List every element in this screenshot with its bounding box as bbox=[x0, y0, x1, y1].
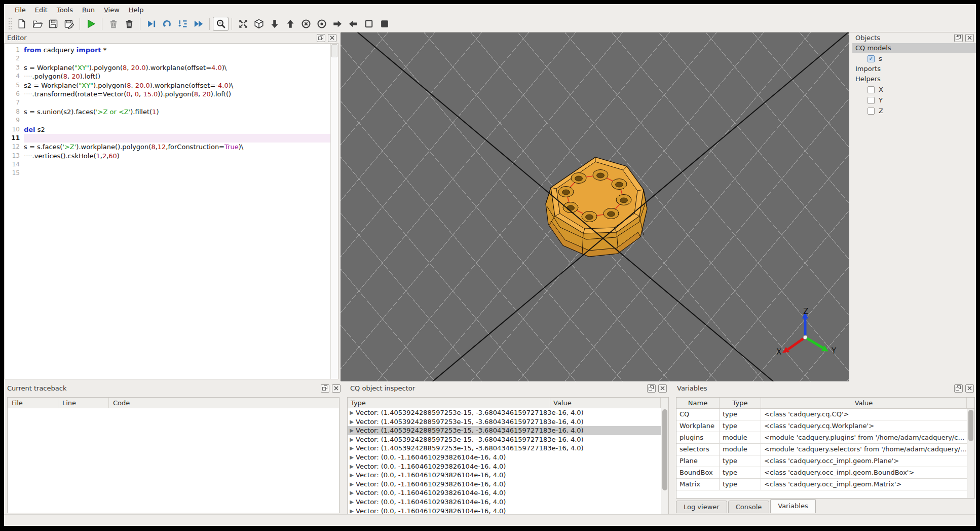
inspector-row[interactable]: ▶Vector: (0.0, -1.1604610293826104e-16, … bbox=[348, 507, 661, 514]
delete-all-button[interactable] bbox=[121, 17, 137, 31]
expand-arrow-icon[interactable]: ▶ bbox=[348, 462, 356, 471]
editor-float-button[interactable] bbox=[317, 34, 325, 42]
expand-arrow-icon[interactable]: ▶ bbox=[348, 471, 356, 480]
iso-view-button[interactable] bbox=[251, 17, 267, 31]
traceback-float-button[interactable] bbox=[321, 384, 329, 393]
expand-arrow-icon[interactable]: ▶ bbox=[348, 453, 356, 462]
step-in-button[interactable] bbox=[175, 17, 191, 31]
variables-row[interactable]: BoundBoxtype<class 'cadquery.occ_impl.ge… bbox=[676, 467, 967, 479]
inspector-row[interactable]: ▶Vector: (0.0, -1.1604610293826104e-16, … bbox=[348, 462, 661, 471]
tab-console[interactable]: Console bbox=[728, 501, 770, 513]
menu-view[interactable]: View bbox=[99, 5, 124, 15]
variables-row[interactable]: CQtype<class 'cadquery.cq.CQ'> bbox=[676, 409, 967, 420]
shaded-button[interactable] bbox=[376, 17, 392, 31]
traceback-close-button[interactable] bbox=[332, 384, 341, 393]
code-line-11[interactable]: 11 bbox=[5, 134, 330, 143]
inspector-row[interactable]: ▶Vector: (0.0, -1.1604610293826104e-16, … bbox=[348, 488, 661, 498]
expand-arrow-icon[interactable]: ▶ bbox=[348, 435, 356, 444]
editor-close-button[interactable] bbox=[328, 34, 336, 42]
inspector-row[interactable]: ▶Vector: (1.4053924288597253e-15, -3.680… bbox=[348, 408, 661, 417]
inspector-float-button[interactable] bbox=[647, 384, 656, 393]
expand-arrow-icon[interactable]: ▶ bbox=[348, 444, 356, 453]
code-line-2[interactable]: 2 bbox=[5, 54, 330, 63]
code-line-15[interactable]: 15 bbox=[5, 169, 330, 178]
step-button[interactable] bbox=[159, 17, 175, 31]
expand-arrow-icon[interactable]: ▶ bbox=[348, 488, 356, 498]
back-view-button[interactable] bbox=[314, 17, 329, 31]
inspector-row[interactable]: ▶Vector: (0.0, -1.1604610293826104e-16, … bbox=[348, 498, 661, 507]
continue-button[interactable] bbox=[191, 17, 206, 31]
tree-item-y[interactable]: Y bbox=[852, 95, 976, 105]
wireframe-button[interactable] bbox=[361, 17, 376, 31]
new-file-button[interactable] bbox=[14, 17, 29, 31]
traceback-col-line[interactable]: Line bbox=[58, 398, 109, 408]
traceback-table[interactable]: File Line Code bbox=[7, 397, 340, 513]
unchecked-checkbox[interactable] bbox=[868, 86, 875, 93]
variables-row[interactable]: pluginsmodule<module 'cadquery.plugins' … bbox=[676, 432, 967, 444]
inspector-col-type[interactable]: Type bbox=[348, 398, 550, 408]
variables-close-button[interactable] bbox=[965, 384, 974, 393]
inspector-row[interactable]: ▶Vector: (0.0, -1.1604610293826104e-16, … bbox=[348, 471, 661, 480]
variables-col-value[interactable]: Value bbox=[761, 398, 967, 408]
code-line-13[interactable]: 13····.vertices().cskHole(1,2,60) bbox=[5, 152, 330, 160]
expand-arrow-icon[interactable]: ▶ bbox=[348, 498, 356, 507]
variables-row[interactable]: Matrixtype<class 'cadquery.occ_impl.geom… bbox=[676, 479, 967, 490]
bottom-view-button[interactable] bbox=[282, 17, 298, 31]
right-view-button[interactable] bbox=[345, 17, 361, 31]
menu-run[interactable]: Run bbox=[78, 5, 99, 15]
variables-scrollbar[interactable] bbox=[967, 409, 974, 498]
inspector-row[interactable]: ▶Vector: (0.0, -1.1604610293826104e-16, … bbox=[348, 480, 661, 489]
tree-item-s[interactable]: ✓s bbox=[852, 53, 976, 64]
inspector-scrollbar-thumb[interactable] bbox=[662, 409, 667, 490]
code-line-12[interactable]: 12s = s.faces('>Z').workplane().polygon(… bbox=[5, 143, 330, 151]
expand-arrow-icon[interactable]: ▶ bbox=[348, 426, 356, 435]
unchecked-checkbox[interactable] bbox=[868, 108, 875, 115]
left-view-button[interactable] bbox=[329, 17, 345, 31]
code-editor[interactable]: 1from cadquery import *23s = Workplane("… bbox=[4, 43, 338, 379]
objects-float-button[interactable] bbox=[954, 34, 963, 42]
tab-variables[interactable]: Variables bbox=[770, 499, 815, 513]
code-line-8[interactable]: 8s = s.union(s2).faces('>Z or <Z').fille… bbox=[5, 108, 330, 116]
variables-row[interactable]: Workplanetype<class 'cadquery.cq.Workpla… bbox=[676, 420, 967, 432]
toolbar-drag-handle[interactable] bbox=[8, 18, 12, 30]
editor-scrollbar[interactable] bbox=[330, 44, 338, 379]
variables-row[interactable]: Planetype<class 'cadquery.occ_impl.geom.… bbox=[676, 455, 967, 467]
inspector-row[interactable]: ▶Vector: (1.4053924288597253e-15, -3.680… bbox=[348, 444, 661, 453]
inspector-row[interactable]: ▶Vector: (1.4053924288597253e-15, -3.680… bbox=[348, 435, 661, 444]
code-line-1[interactable]: 1from cadquery import * bbox=[5, 46, 330, 54]
objects-close-button[interactable] bbox=[965, 34, 974, 42]
unchecked-checkbox[interactable] bbox=[868, 97, 875, 104]
code-line-14[interactable]: 14 bbox=[5, 160, 330, 169]
inspector-col-value[interactable]: Value bbox=[550, 398, 661, 408]
code-line-7[interactable]: 7 bbox=[5, 98, 330, 107]
tree-item-x[interactable]: X bbox=[852, 84, 976, 95]
checked-checkbox[interactable]: ✓ bbox=[868, 55, 875, 62]
save-as-button[interactable] bbox=[61, 17, 77, 31]
inspect-button[interactable] bbox=[213, 17, 229, 31]
front-view-button[interactable] bbox=[298, 17, 314, 31]
tree-group-imports[interactable]: Imports bbox=[852, 64, 976, 74]
menu-file[interactable]: File bbox=[10, 5, 30, 15]
variables-row[interactable]: selectorsmodule<module 'cadquery.selecto… bbox=[676, 444, 967, 455]
tree-group-cq-models[interactable]: CQ models bbox=[852, 43, 976, 53]
inspector-row[interactable]: ▶Vector: (1.4053924288597253e-15, -3.680… bbox=[348, 417, 661, 427]
code-line-4[interactable]: 4····.polygon(8, 20).loft() bbox=[5, 72, 330, 81]
editor-scrollbar-thumb[interactable] bbox=[331, 44, 337, 57]
code-line-10[interactable]: 10del s2 bbox=[5, 125, 330, 134]
debug-button[interactable] bbox=[143, 17, 159, 31]
tab-log-viewer[interactable]: Log viewer bbox=[676, 501, 727, 513]
inspector-row[interactable]: ▶Vector: (1.4053924288597253e-15, -3.680… bbox=[348, 426, 661, 435]
3d-viewport[interactable]: Z X Y bbox=[341, 32, 849, 381]
open-button[interactable] bbox=[29, 17, 45, 31]
expand-arrow-icon[interactable]: ▶ bbox=[348, 480, 356, 489]
inspector-close-button[interactable] bbox=[658, 384, 667, 393]
expand-arrow-icon[interactable]: ▶ bbox=[348, 408, 356, 417]
code-line-3[interactable]: 3s = Workplane("XY").polygon(8, 20.0).wo… bbox=[5, 63, 330, 72]
render-button[interactable] bbox=[83, 17, 99, 31]
inspector-scrollbar[interactable] bbox=[661, 408, 668, 514]
fit-view-button[interactable] bbox=[235, 17, 251, 31]
top-view-button[interactable] bbox=[267, 17, 282, 31]
expand-arrow-icon[interactable]: ▶ bbox=[348, 417, 356, 427]
traceback-col-code[interactable]: Code bbox=[109, 398, 339, 408]
expand-arrow-icon[interactable]: ▶ bbox=[348, 507, 356, 514]
